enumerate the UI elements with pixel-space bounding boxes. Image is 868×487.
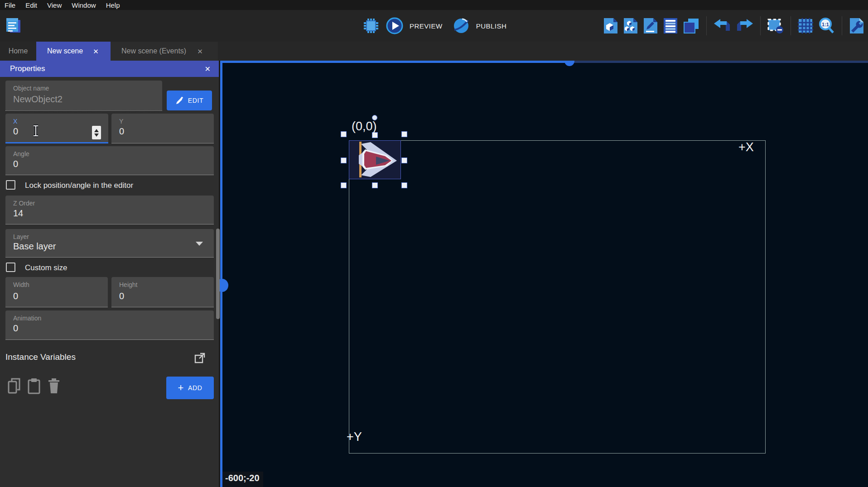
scene-bounds-rect [349,140,766,454]
selection-handle-mid-left[interactable] [341,158,347,163]
panel-scrollbar-thumb[interactable] [216,229,220,319]
z-order-input[interactable] [13,208,159,219]
selection-handle-mid-right[interactable] [401,158,407,163]
chevron-down-icon[interactable] [196,242,203,246]
tab-new-scene-events-label: New scene (Events) [121,47,186,55]
x-axis-label: +X [738,140,754,154]
redo-icon[interactable] [736,18,754,33]
y-field-label: Y [119,118,123,125]
selection-handle-bottom-left[interactable] [341,182,347,188]
cursor-position-readout: -600;-20 [222,472,263,487]
properties-panel: Properties ✕ Object name EDIT X [0,61,219,487]
lock-position-checkbox[interactable] [6,180,15,190]
object-name-field: Object name [5,81,162,111]
width-field[interactable]: Width [5,277,108,307]
instance-variables-actions [7,377,61,395]
menu-view[interactable]: View [47,1,62,9]
add-button-label: ADD [188,384,202,392]
menu-file[interactable]: File [5,1,15,9]
layer-value: Base layer [13,241,159,252]
gdevelop-window: File Edit View Window Help [0,0,868,487]
toolbar-right-group: 1:1 [603,10,865,42]
scene-settings-icon[interactable] [849,17,865,34]
canvas-top-divider [222,61,565,63]
zoom-icon[interactable]: 1:1 [818,17,835,34]
editor-tab-bar: Home New scene ✕ New scene (Events) ✕ [0,42,868,61]
project-manager-icon[interactable] [4,16,23,35]
selection-handle-bottom-mid[interactable] [372,182,378,188]
preview-button[interactable]: PREVIEW [410,22,443,30]
undo-icon[interactable] [713,18,731,33]
open-external-icon[interactable] [194,352,206,364]
number-stepper[interactable] [92,126,101,139]
publish-button[interactable]: PUBLISH [476,22,507,30]
instances-list-icon[interactable] [663,17,678,34]
tab-home[interactable]: Home [0,42,36,61]
y-position-field[interactable]: Y [111,114,214,143]
x-position-input[interactable] [13,126,85,137]
publish-globe-icon[interactable] [452,17,470,35]
toolbar-separator [842,16,842,35]
angle-field[interactable]: Angle [5,146,214,175]
objects-editor-icon[interactable] [603,17,618,34]
layers-editor-icon[interactable] [683,17,700,34]
preview-play-icon[interactable] [386,17,404,35]
height-field[interactable]: Height [111,277,214,307]
selected-sprite-instance[interactable] [349,140,401,179]
angle-field-label: Angle [13,150,29,158]
toolbar-separator [706,16,707,35]
height-input[interactable] [119,291,191,301]
debugger-icon[interactable] [362,17,380,34]
custom-size-label: Custom size [25,263,68,272]
animation-input[interactable] [13,323,159,334]
object-groups-icon[interactable] [623,17,638,34]
selection-handle-top-right[interactable] [401,131,407,137]
instance-variables-title: Instance Variables [5,352,76,362]
properties-panel-icon[interactable] [643,17,658,34]
tab-home-label: Home [9,47,28,55]
main-toolbar: PREVIEW PUBLISH [0,10,868,42]
custom-size-checkbox[interactable] [6,263,15,272]
copy-icon[interactable] [7,377,21,395]
x-position-field[interactable]: X [5,114,108,143]
stepper-up-icon[interactable] [94,129,99,132]
tab-new-scene[interactable]: New scene ✕ [36,42,111,61]
close-icon[interactable]: ✕ [205,65,211,73]
close-icon[interactable]: ✕ [93,48,99,55]
layer-label: Layer [13,233,29,240]
animation-field[interactable]: Animation [5,310,214,340]
lock-position-label: Lock position/angle in the editor [25,181,133,190]
stepper-down-icon[interactable] [94,134,99,137]
tab-new-scene-label: New scene [47,47,83,55]
width-input[interactable] [13,291,85,301]
pencil-icon [175,96,184,105]
toolbar-center-group: PREVIEW PUBLISH [362,10,506,42]
x-field-label: X [13,118,17,125]
object-name-input [13,94,123,105]
layer-select[interactable]: Layer Base layer [5,229,214,258]
menu-edit[interactable]: Edit [25,1,37,9]
y-position-input[interactable] [119,126,191,137]
selection-handle-top-left[interactable] [341,131,347,137]
angle-input[interactable] [13,159,159,169]
menu-window[interactable]: Window [72,1,96,9]
width-label: Width [13,281,29,288]
z-order-field[interactable]: Z Order [5,196,214,224]
toolbar-separator [791,16,791,35]
z-order-label: Z Order [13,200,35,207]
grid-icon[interactable] [797,18,814,34]
canvas-top-divider-dark [573,61,868,63]
y-axis-label: +Y [347,430,362,444]
text-cursor-icon [32,124,40,139]
paste-icon[interactable] [27,377,41,395]
trash-icon[interactable] [47,377,61,395]
add-variable-button[interactable]: + ADD [166,377,214,399]
clear-selection-icon[interactable] [767,18,784,34]
menu-bar: File Edit View Window Help [0,0,868,10]
close-icon[interactable]: ✕ [197,48,203,55]
menu-help[interactable]: Help [106,1,120,9]
edit-object-button[interactable]: EDIT [167,91,212,110]
tab-new-scene-events[interactable]: New scene (Events) ✕ [111,42,218,61]
selection-handle-bottom-right[interactable] [401,182,407,188]
panel-divider[interactable] [220,61,222,487]
